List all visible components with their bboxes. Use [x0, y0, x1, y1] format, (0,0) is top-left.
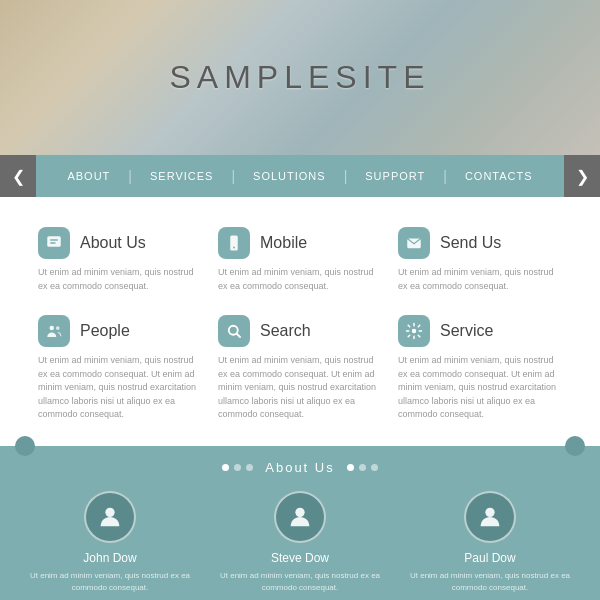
svg-point-10 [412, 329, 417, 334]
svg-rect-0 [47, 236, 61, 247]
features-grid: About Us Ut enim ad minim veniam, quis n… [30, 219, 570, 436]
svg-point-4 [233, 247, 235, 249]
team-member-paul: Paul Dow Ut enim ad minim veniam, quis n… [400, 491, 580, 594]
service-icon [398, 315, 430, 347]
hero-section: SAMPLESITE [0, 0, 600, 155]
site-title: SAMPLESITE [170, 59, 431, 96]
feature-service: Service Ut enim ad minim veniam, quis no… [390, 307, 570, 436]
svg-point-12 [295, 507, 304, 516]
avatar-paul [464, 491, 516, 543]
feature-service-title: Service [440, 322, 493, 340]
tag-icon [38, 227, 70, 259]
nav-item-solutions[interactable]: SOLUTIONS [235, 155, 344, 197]
team-grid: John Dow Ut enim ad minim veniam, quis n… [20, 491, 580, 594]
people-icon [38, 315, 70, 347]
nav-item-about[interactable]: ABOUT [49, 155, 128, 197]
feature-people-title: People [80, 322, 130, 340]
nav-item-support[interactable]: SUPPORT [347, 155, 443, 197]
about-us-header: About Us [20, 460, 580, 475]
nav-item-services[interactable]: SERVICES [132, 155, 231, 197]
feature-search-text: Ut enim ad minim veniam, quis nostrud ex… [218, 354, 378, 422]
features-section: About Us Ut enim ad minim veniam, quis n… [0, 197, 600, 446]
dot-3 [246, 464, 253, 471]
nav-arrow-right[interactable]: ❯ [564, 155, 600, 197]
feature-search-title: Search [260, 322, 311, 340]
main-nav: ❮ ABOUT | SERVICES | SOLUTIONS | SUPPORT… [0, 155, 600, 197]
envelope-icon [398, 227, 430, 259]
feature-mobile-title: Mobile [260, 234, 307, 252]
member-text-paul: Ut enim ad minim veniam, quis nostrud ex… [400, 570, 580, 594]
search-icon [218, 315, 250, 347]
svg-point-11 [105, 507, 114, 516]
member-name-paul: Paul Dow [464, 551, 515, 565]
dot-6 [371, 464, 378, 471]
feature-mobile-text: Ut enim ad minim veniam, quis nostrud ex… [218, 266, 378, 293]
nav-arrow-left[interactable]: ❮ [0, 155, 36, 197]
member-text-steve: Ut enim ad minim veniam, quis nostrud ex… [210, 570, 390, 594]
team-member-steve: Steve Dow Ut enim ad minim veniam, quis … [210, 491, 390, 594]
member-text-john: Ut enim ad minim veniam, quis nostrud ex… [20, 570, 200, 594]
avatar-john [84, 491, 136, 543]
svg-point-7 [56, 326, 60, 330]
about-dots-right [347, 464, 378, 471]
member-name-john: John Dow [83, 551, 136, 565]
member-name-steve: Steve Dow [271, 551, 329, 565]
feature-people: People Ut enim ad minim veniam, quis nos… [30, 307, 210, 436]
about-us-title: About Us [265, 460, 334, 475]
nav-items-container: ABOUT | SERVICES | SOLUTIONS | SUPPORT |… [36, 155, 564, 197]
feature-service-text: Ut enim ad minim veniam, quis nostrud ex… [398, 354, 558, 422]
feature-search: Search Ut enim ad minim veniam, quis nos… [210, 307, 390, 436]
avatar-steve [274, 491, 326, 543]
about-us-section: About Us John Dow Ut enim ad minim venia… [0, 446, 600, 601]
svg-point-6 [50, 326, 55, 331]
feature-mobile: Mobile Ut enim ad minim veniam, quis nos… [210, 219, 390, 307]
svg-point-13 [485, 507, 494, 516]
dot-5 [359, 464, 366, 471]
feature-about-us-text: Ut enim ad minim veniam, quis nostrud ex… [38, 266, 198, 293]
feature-send-us-title: Send Us [440, 234, 501, 252]
feature-about-us-title: About Us [80, 234, 146, 252]
about-dots-left [222, 464, 253, 471]
dot-2 [234, 464, 241, 471]
feature-send-us: Send Us Ut enim ad minim veniam, quis no… [390, 219, 570, 307]
nav-item-contacts[interactable]: CONTACTS [447, 155, 551, 197]
dot-4 [347, 464, 354, 471]
dot-1 [222, 464, 229, 471]
team-member-john: John Dow Ut enim ad minim veniam, quis n… [20, 491, 200, 594]
mobile-icon [218, 227, 250, 259]
feature-people-text: Ut enim ad minim veniam, quis nostrud ex… [38, 354, 198, 422]
feature-about-us: About Us Ut enim ad minim veniam, quis n… [30, 219, 210, 307]
feature-send-us-text: Ut enim ad minim veniam, quis nostrud ex… [398, 266, 558, 293]
svg-line-9 [237, 334, 240, 337]
